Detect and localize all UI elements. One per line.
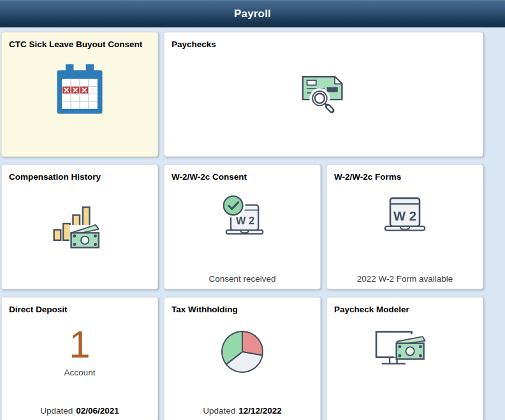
tile-tax-withholding[interactable]: Tax Withholding Updated12/12/2022 xyxy=(164,297,321,420)
tile-title: Compensation History xyxy=(2,165,157,182)
laptop-w2-check-icon: W 2 xyxy=(214,191,271,248)
laptop-w2-icon: W 2 xyxy=(376,192,434,246)
updated-status: Updated12/12/2022 xyxy=(165,406,320,416)
tile-title: Direct Deposit xyxy=(2,298,157,315)
tile-direct-deposit[interactable]: Direct Deposit 1 Account Updated02/06/20… xyxy=(1,297,158,420)
account-count-label: Account xyxy=(2,368,157,377)
pie-chart-icon xyxy=(216,326,268,378)
updated-label: Updated xyxy=(203,406,235,416)
updated-label: Updated xyxy=(40,406,73,416)
tile-title: W-2/W-2c Forms xyxy=(327,165,483,182)
updated-date: 12/12/2022 xyxy=(238,406,282,416)
tile-ctc-sick-leave-buyout-consent[interactable]: CTC Sick Leave Buyout Consent xyxy=(1,32,158,157)
tile-title: W-2/W-2c Consent xyxy=(165,165,320,182)
monitor-money-icon xyxy=(371,324,439,379)
page-title: Payroll xyxy=(234,8,271,20)
svg-text:W 2: W 2 xyxy=(236,215,254,226)
tile-title: Paychecks xyxy=(165,33,483,50)
updated-date: 02/06/2021 xyxy=(76,406,119,416)
tile-w2-w2c-consent[interactable]: W-2/W-2c Consent W 2 Consent received xyxy=(164,164,321,289)
tile-compensation-history[interactable]: Compensation History xyxy=(1,164,158,289)
tile-caption: 2022 W-2 Form available xyxy=(327,274,483,284)
tile-w2-w2c-forms[interactable]: W-2/W-2c Forms W 2 2022 W-2 Form availab… xyxy=(326,164,483,289)
account-count: 1 xyxy=(2,326,157,364)
tile-title: Paycheck Modeler xyxy=(327,298,483,315)
svg-text:W 2: W 2 xyxy=(393,209,416,223)
tile-title: Tax Withholding xyxy=(165,298,320,315)
updated-status: Updated02/06/2021 xyxy=(2,406,157,416)
page-header: Payroll xyxy=(0,0,505,27)
tile-caption: Consent received xyxy=(165,274,320,284)
bar-chart-money-icon xyxy=(49,192,110,254)
tile-title: CTC Sick Leave Buyout Consent xyxy=(2,33,157,50)
calendar-crossed-days-icon xyxy=(49,60,110,121)
tile-paychecks[interactable]: Paychecks xyxy=(164,32,483,157)
tile-paycheck-modeler[interactable]: Paycheck Modeler xyxy=(326,297,483,420)
tile-grid: CTC Sick Leave Buyout Consent xyxy=(0,32,505,420)
paycheck-magnifier-icon xyxy=(291,60,357,121)
